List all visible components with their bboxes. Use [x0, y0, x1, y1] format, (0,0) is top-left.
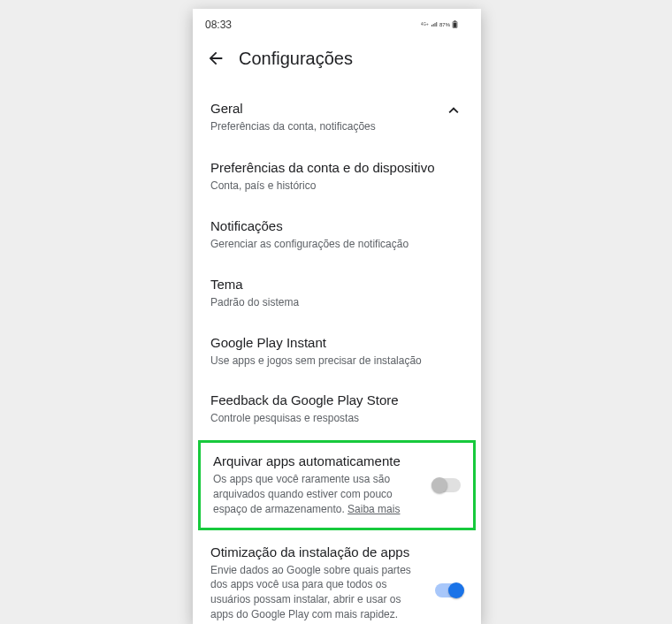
setting-account-prefs[interactable]: Preferências da conta e do dispositivo C…	[193, 148, 481, 206]
phone-frame: 08:33 4G+ 87%	[193, 9, 481, 624]
item-subtitle: Use apps e jogos sem precisar de instala…	[210, 354, 463, 369]
back-button[interactable]	[196, 39, 235, 78]
install-opt-toggle[interactable]	[435, 583, 463, 597]
arrow-back-icon	[206, 49, 225, 68]
item-subtitle: Envie dados ao Google sobre quais partes…	[210, 563, 424, 624]
section-geral[interactable]: Geral Preferências da conta, notificaçõe…	[193, 87, 481, 148]
svg-rect-5	[454, 20, 456, 21]
page-title: Configurações	[239, 49, 353, 69]
item-subtitle: Conta, país e histórico	[210, 179, 463, 194]
item-title: Google Play Instant	[210, 335, 463, 350]
highlight-auto-archive: Arquivar apps automaticamente Os apps qu…	[198, 440, 476, 529]
setting-play-instant[interactable]: Google Play Instant Use apps e jogos sem…	[193, 323, 481, 381]
item-subtitle: Os apps que você raramente usa são arqui…	[213, 472, 422, 516]
setting-feedback[interactable]: Feedback da Google Play Store Controle p…	[193, 380, 481, 438]
item-subtitle: Padrão do sistema	[210, 295, 463, 310]
item-title: Preferências da conta e do dispositivo	[210, 160, 463, 175]
svg-rect-3	[436, 22, 437, 27]
status-icons: 4G+ 87%	[421, 19, 469, 30]
svg-rect-0	[431, 25, 432, 27]
item-subtitle: Controle pesquisas e respostas	[210, 411, 463, 426]
toggle-knob	[431, 477, 447, 493]
status-time: 08:33	[205, 19, 232, 31]
item-title: Otimização da instalação de apps	[210, 544, 424, 559]
item-title: Arquivar apps automaticamente	[213, 453, 422, 468]
item-title: Tema	[210, 277, 463, 292]
status-bar: 08:33 4G+ 87%	[193, 9, 481, 37]
setting-notifications[interactable]: Notificações Gerenciar as configurações …	[193, 206, 481, 264]
chevron-up-icon	[444, 101, 463, 120]
svg-rect-1	[433, 24, 434, 27]
learn-more-link[interactable]: Saiba mais	[347, 503, 400, 515]
setting-auto-archive[interactable]: Arquivar apps automaticamente Os apps qu…	[213, 453, 461, 516]
item-title: Feedback da Google Play Store	[210, 392, 463, 407]
auto-archive-toggle[interactable]	[432, 478, 461, 492]
svg-rect-6	[454, 23, 457, 27]
svg-rect-2	[435, 23, 436, 27]
toggle-knob	[448, 582, 464, 598]
item-title: Notificações	[210, 218, 463, 233]
battery-pct: 87%	[439, 22, 451, 27]
network-type-icon: 4G+	[421, 22, 429, 27]
section-subtitle: Preferências da conta, notificações	[210, 119, 444, 133]
item-subtitle: Gerenciar as configurações de notificaçã…	[210, 237, 463, 252]
section-title: Geral	[210, 101, 444, 116]
app-bar: Configurações	[193, 37, 481, 80]
setting-theme[interactable]: Tema Padrão do sistema	[193, 264, 481, 323]
setting-install-optimization[interactable]: Otimização da instalação de apps Envie d…	[193, 532, 481, 624]
